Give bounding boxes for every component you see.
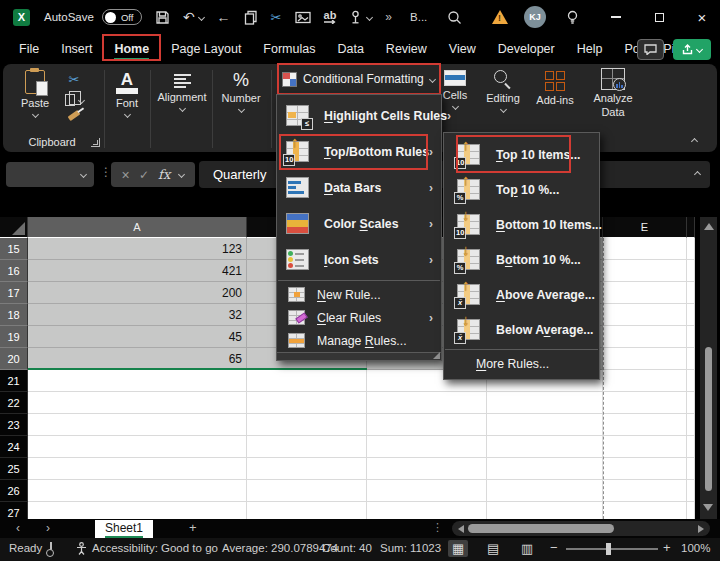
menu-item-clear-rules[interactable]: Clear Rules › (277, 306, 441, 329)
zoom-slider-track[interactable] (566, 548, 658, 550)
tab-file[interactable]: File (8, 37, 50, 61)
zoom-out-icon[interactable]: − (550, 540, 558, 555)
copy-icon[interactable] (244, 10, 258, 25)
cell[interactable] (487, 458, 603, 480)
cell[interactable] (603, 480, 687, 502)
row-header[interactable]: 15 (0, 238, 28, 260)
cell[interactable] (603, 348, 687, 370)
cell[interactable] (247, 502, 367, 519)
cell[interactable] (487, 502, 603, 519)
cell[interactable] (367, 436, 487, 458)
page-break-view-icon[interactable]: ▥ (521, 541, 533, 556)
cell[interactable] (603, 502, 687, 519)
tab-home[interactable]: Home (103, 37, 160, 61)
avatar[interactable]: KJ (524, 6, 546, 28)
fx-chevron-icon[interactable] (178, 171, 185, 178)
enter-icon[interactable]: ✓ (139, 168, 149, 182)
cell[interactable] (247, 414, 367, 436)
tab-data[interactable]: Data (326, 37, 374, 61)
cell[interactable] (603, 414, 687, 436)
scroll-right-icon[interactable] (698, 525, 704, 533)
cell[interactable] (687, 414, 695, 436)
row-header[interactable]: 26 (0, 480, 28, 502)
cell[interactable] (247, 480, 367, 502)
submenu-item-more-rules[interactable]: More Rules... (444, 352, 599, 376)
clipboard-dialog-launcher-icon[interactable] (91, 138, 100, 147)
submenu-item-bottom-10-percent[interactable]: ↓ % Bottom 10 %... (444, 242, 599, 277)
scroll-left-icon[interactable] (458, 525, 464, 533)
accessibility-icon[interactable] (76, 542, 87, 557)
normal-view-icon[interactable]: ▦ (448, 540, 468, 557)
tab-page-layout[interactable]: Page Layout (160, 37, 252, 61)
cell[interactable] (687, 436, 695, 458)
row-header[interactable]: 23 (0, 414, 28, 436)
column-header-a[interactable]: A (28, 217, 247, 238)
cell[interactable] (487, 414, 603, 436)
cell[interactable] (687, 370, 695, 392)
cell[interactable] (367, 414, 487, 436)
menu-item-highlight-cells-rules[interactable]: ≤ Highlight Cells Rules › (277, 98, 441, 134)
submenu-item-below-average[interactable]: ↓ x̄ Below Average... (444, 312, 599, 347)
menu-item-color-scales[interactable]: Color Scales › (277, 206, 441, 242)
scroll-down-icon[interactable] (703, 504, 713, 511)
picture-icon[interactable] (295, 11, 311, 24)
maximize-button[interactable] (644, 0, 674, 34)
excel-logo-icon[interactable]: X (13, 9, 30, 26)
column-header-e[interactable]: E (603, 217, 687, 238)
cell-a16[interactable]: 421 (28, 260, 247, 282)
row-header[interactable]: 18 (0, 304, 28, 326)
undo-icon[interactable]: ↶ (183, 9, 204, 25)
insert-function-icon[interactable]: fx (158, 167, 170, 182)
submenu-item-bottom-10-items[interactable]: ↓ 10 Bottom 10 Items... (444, 207, 599, 242)
tab-insert[interactable]: Insert (50, 37, 103, 61)
cell[interactable] (603, 370, 687, 392)
sheetbar-dots-icon[interactable]: ⋮ (432, 521, 443, 534)
row-header[interactable]: 19 (0, 326, 28, 348)
tab-review[interactable]: Review (375, 37, 438, 61)
scroll-up-icon[interactable] (704, 223, 714, 230)
horizontal-scrollbar[interactable] (452, 521, 710, 536)
cell[interactable] (28, 458, 247, 480)
row-header[interactable]: 16 (0, 260, 28, 282)
sheet-tab-sheet1[interactable]: Sheet1 (95, 520, 153, 538)
menu-item-data-bars[interactable]: Data Bars › (277, 170, 441, 206)
menu-item-icon-sets[interactable]: Icon Sets › (277, 242, 441, 278)
macro-record-icon[interactable] (50, 542, 52, 556)
cell[interactable] (247, 370, 367, 392)
add-sheet-button[interactable]: + (189, 520, 197, 535)
page-layout-view-icon[interactable]: ▤ (487, 541, 499, 556)
undo-chevron-icon[interactable] (198, 13, 205, 20)
cell[interactable] (603, 392, 687, 414)
addins-group-button[interactable]: Add-ins (532, 71, 578, 106)
format-painter-icon[interactable] (68, 110, 81, 121)
horizontal-scrollbar-thumb[interactable] (468, 524, 614, 533)
cell[interactable] (687, 392, 695, 414)
cell[interactable] (487, 392, 603, 414)
cell[interactable] (687, 260, 695, 282)
zoom-slider-handle[interactable] (606, 543, 611, 555)
menu-item-top-bottom-rules[interactable]: ↑ 10 Top/Bottom Rules › (277, 134, 441, 170)
submenu-item-top-10-items[interactable]: ↑ 10 Top 10 Items... (444, 137, 599, 172)
warning-icon[interactable]: ! (492, 10, 508, 24)
cell[interactable] (603, 260, 687, 282)
row-header[interactable]: 24 (0, 436, 28, 458)
cells-group-button[interactable]: Cells (437, 70, 473, 109)
cell[interactable] (28, 502, 247, 519)
cell[interactable] (487, 436, 603, 458)
cell[interactable] (687, 304, 695, 326)
row-header[interactable]: 27 (0, 502, 28, 519)
cell[interactable] (687, 480, 695, 502)
cell[interactable] (603, 282, 687, 304)
cell[interactable] (603, 436, 687, 458)
cell[interactable] (603, 326, 687, 348)
menu-resize-handle-icon[interactable] (433, 352, 440, 359)
name-box[interactable] (6, 162, 94, 187)
draw-touch-chevron-icon[interactable] (366, 13, 373, 20)
vertical-scrollbar[interactable] (700, 217, 717, 519)
cell[interactable] (687, 458, 695, 480)
row-header[interactable]: 21 (0, 370, 28, 392)
paste-button[interactable]: Paste (13, 70, 57, 117)
cell[interactable] (687, 282, 695, 304)
vertical-scrollbar-thumb[interactable] (705, 347, 712, 491)
cell[interactable] (28, 370, 247, 392)
